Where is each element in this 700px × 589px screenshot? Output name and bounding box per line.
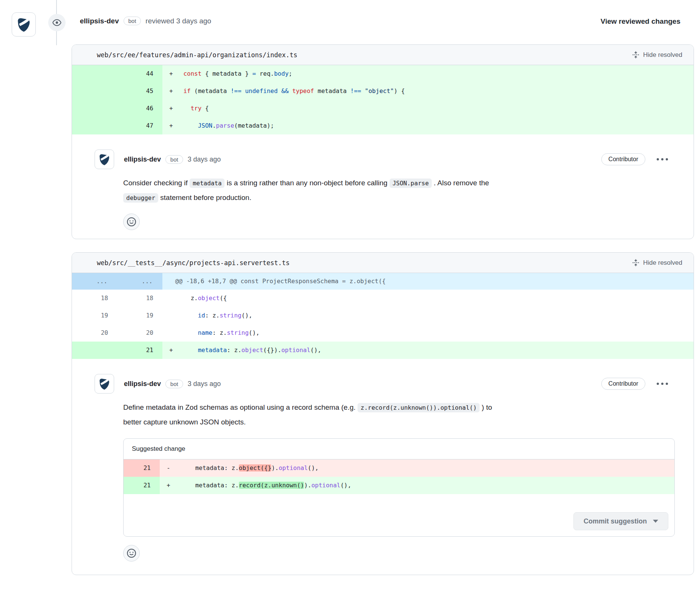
comment-body: Define metadata in Zod schemas as option… — [123, 400, 669, 429]
diff-line: 1818 z.object({ — [72, 290, 694, 307]
diff-marker: + — [162, 82, 180, 100]
line-number-new: 45 — [117, 82, 162, 100]
line-number-old — [72, 342, 117, 359]
comment-text-line: better capture unknown JSON objects. — [123, 415, 669, 429]
code-cell: z.object({ — [162, 290, 694, 307]
hide-resolved-button[interactable]: Hide resolved — [632, 51, 682, 59]
diff-marker: - — [160, 459, 177, 477]
line-number-old — [72, 65, 117, 82]
line-number-old — [72, 100, 117, 117]
code-line-text: metadata: z.record(z.unknown()).optional… — [177, 477, 351, 494]
code-line-text: const { metadata } = req.body; — [180, 65, 292, 82]
comment-text-line: debugger statement before production. — [123, 191, 669, 205]
add-reaction-button[interactable] — [123, 545, 140, 562]
suggestion-line: 21- metadata: z.object({}).optional(), — [124, 459, 674, 477]
diff-line: 21+ metadata: z.object({}).optional(), — [72, 342, 694, 359]
review-action-text: reviewed 3 days ago — [145, 17, 211, 25]
diff-block: 44+ const { metadata } = req.body;45+ if… — [72, 65, 694, 134]
smiley-icon — [127, 217, 136, 226]
comment-header: ellipsis-dev bot 3 days ago Contributor — [95, 150, 669, 169]
comment-meta: ellipsis-dev bot 3 days ago — [124, 155, 221, 164]
reviewer-name[interactable]: ellipsis-dev — [80, 17, 119, 25]
hide-resolved-label: Hide resolved — [643, 259, 682, 267]
diff-line: 44+ const { metadata } = req.body; — [72, 65, 694, 82]
code-cell: + JSON.parse(metadata); — [162, 117, 694, 134]
comment-timestamp[interactable]: 3 days ago — [188, 156, 221, 163]
diff-marker: + — [162, 117, 180, 134]
comment-avatar[interactable] — [95, 150, 114, 169]
comment-meta: ellipsis-dev bot 3 days ago — [124, 380, 221, 388]
bot-badge: bot — [165, 380, 183, 388]
code-line-text: if (metadata !== undefined && typeof met… — [180, 82, 405, 100]
hide-resolved-label: Hide resolved — [643, 51, 682, 59]
reviewer-avatar[interactable] — [12, 12, 36, 37]
suggested-change-label: Suggested change — [124, 439, 674, 459]
suggested-change-block: Suggested change 21- metadata: z.object(… — [123, 438, 675, 537]
diff-marker: + — [162, 342, 180, 359]
comment-timestamp[interactable]: 3 days ago — [188, 380, 221, 388]
comment-author[interactable]: ellipsis-dev — [124, 156, 161, 163]
code-cell: id: z.string(), — [162, 307, 694, 324]
inline-code: z.record(z.unknown()).optional() — [358, 403, 480, 412]
line-number-new: 20 — [117, 324, 162, 342]
fold-icon — [632, 51, 639, 58]
file-header: web/src/ee/features/admin-api/organizati… — [72, 45, 694, 65]
eye-icon — [52, 18, 61, 27]
hunk-dots-old: ... — [72, 273, 117, 290]
suggestion-footer: Commit suggestion — [124, 494, 674, 536]
code-cell: + const { metadata } = req.body; — [162, 65, 694, 82]
inline-code: debugger — [123, 193, 158, 203]
code-line-text: try { — [180, 100, 209, 117]
review-comment: ellipsis-dev bot 3 days ago Contributor … — [72, 134, 694, 230]
add-reaction-button[interactable] — [123, 214, 140, 230]
bot-badge: bot — [165, 155, 183, 164]
file-header: web/src/__tests__/async/projects-api.ser… — [72, 253, 694, 273]
code-cell: + metadata: z.record(z.unknown()).option… — [160, 477, 674, 494]
file-path-link[interactable]: web/src/ee/features/admin-api/organizati… — [83, 51, 297, 59]
comment-author[interactable]: ellipsis-dev — [124, 380, 161, 388]
comment-header: ellipsis-dev bot 3 days ago Contributor — [95, 374, 669, 394]
code-line-text: z.object({ — [180, 290, 227, 307]
pr-review-page: ellipsis-dev bot reviewed 3 days ago Vie… — [0, 0, 700, 589]
review-header: ellipsis-dev bot reviewed 3 days ago — [80, 17, 211, 25]
code-line-text: metadata: z.object({}).optional(), — [177, 459, 319, 477]
diff-marker — [162, 307, 180, 324]
line-number-old: 19 — [72, 307, 117, 324]
kebab-menu-button[interactable] — [656, 156, 669, 163]
hunk-dots-new: ... — [117, 273, 162, 290]
hunk-header: ... ... @@ -18,6 +18,7 @@ const ProjectR… — [72, 273, 694, 290]
line-number: 21 — [124, 477, 160, 494]
line-number: 21 — [124, 459, 160, 477]
line-number-old — [72, 117, 117, 134]
file-path-link[interactable]: web/src/__tests__/async/projects-api.ser… — [83, 259, 290, 267]
review-thread-card: web/src/__tests__/async/projects-api.ser… — [72, 252, 694, 575]
kebab-menu-button[interactable] — [656, 380, 669, 387]
ellipsis-logo-icon — [98, 153, 111, 166]
comment-avatar[interactable] — [95, 374, 114, 394]
diff-line: 46+ try { — [72, 100, 694, 117]
line-number-new: 19 — [117, 307, 162, 324]
suggestion-line: 21+ metadata: z.record(z.unknown()).opti… — [124, 477, 674, 494]
inline-code: metadata — [190, 179, 225, 188]
comment-text-line: Consider checking if metadata is a strin… — [123, 176, 669, 191]
commit-suggestion-button[interactable]: Commit suggestion — [573, 512, 668, 530]
diff-marker: + — [160, 477, 177, 494]
code-cell: - metadata: z.object({}).optional(), — [160, 459, 674, 477]
line-number-new: 46 — [117, 100, 162, 117]
code-cell: + metadata: z.object({}).optional(), — [162, 342, 694, 359]
code-line-text: JSON.parse(metadata); — [180, 117, 274, 134]
diff-marker: + — [162, 100, 180, 117]
bot-badge: bot — [124, 17, 141, 25]
review-comment: ellipsis-dev bot 3 days ago Contributor … — [72, 359, 694, 562]
diff-line: 1919 id: z.string(), — [72, 307, 694, 324]
hide-resolved-button[interactable]: Hide resolved — [632, 259, 682, 267]
review-timeline-badge — [48, 14, 66, 31]
line-number-new: 18 — [117, 290, 162, 307]
comment-body: Consider checking if metadata is a strin… — [123, 176, 669, 205]
diff-block: 1818 z.object({1919 id: z.string(),2020 … — [72, 290, 694, 359]
contributor-badge: Contributor — [601, 378, 645, 390]
view-reviewed-changes-link[interactable]: View reviewed changes — [601, 17, 680, 26]
suggestion-diff: 21- metadata: z.object({}).optional(),21… — [124, 459, 674, 494]
smiley-icon — [127, 549, 136, 558]
ellipsis-logo-icon — [98, 377, 111, 390]
